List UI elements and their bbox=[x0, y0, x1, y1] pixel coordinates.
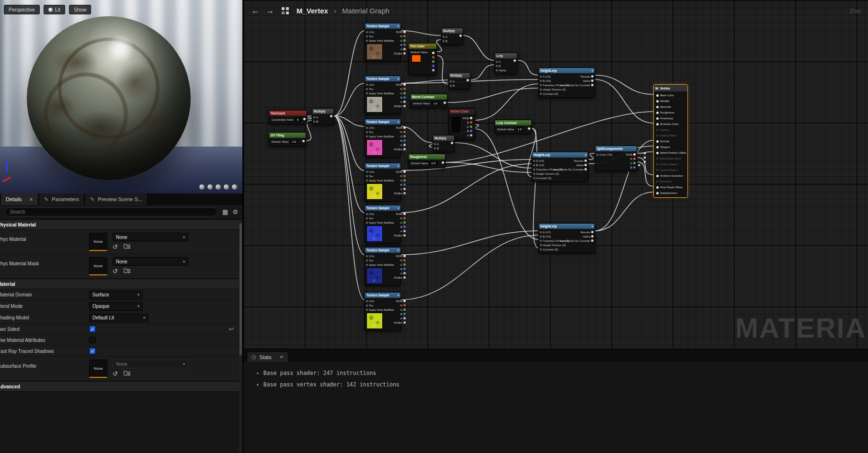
pin-tex[interactable]: Tex bbox=[366, 258, 394, 262]
pin-height-texture-s-[interactable]: Height Texture (S) bbox=[540, 87, 575, 91]
tab-details[interactable]: Details ✕ bbox=[1, 193, 38, 205]
node-tint-color[interactable]: Tint ColorDefault Value bbox=[408, 43, 437, 75]
pin-rgb[interactable]: RGB bbox=[394, 212, 406, 216]
pin-a[interactable]: A bbox=[313, 115, 332, 119]
asset-thumbnail[interactable]: None bbox=[89, 360, 107, 378]
tab-parameters[interactable]: ✎ Parameters bbox=[39, 193, 84, 205]
pin-a-v3-[interactable]: A (V3) bbox=[533, 159, 569, 163]
pin-apply-view-mipbias[interactable]: Apply View MipBias bbox=[366, 38, 394, 43]
material-preview-viewport[interactable]: Perspective Lit Show bbox=[0, 0, 242, 193]
node-multiply-1[interactable]: MultiplyAB bbox=[441, 28, 463, 45]
result-pin-roughness[interactable]: Roughness bbox=[655, 110, 686, 115]
pin-r[interactable]: R bbox=[394, 258, 406, 262]
reset-to-default-icon[interactable]: ↩ bbox=[229, 326, 234, 332]
pin-results[interactable]: Results bbox=[575, 74, 594, 79]
search-input[interactable] bbox=[4, 207, 218, 216]
pin-a[interactable]: A bbox=[394, 187, 406, 191]
node-m-vertex-result[interactable]: M_VertexBase ColorMetallicSpecularRoughn… bbox=[653, 84, 688, 198]
use-selected-asset-icon[interactable]: ↺ bbox=[113, 244, 118, 250]
pin-r[interactable]: R bbox=[394, 216, 406, 220]
pin-rgba[interactable]: RGBA bbox=[394, 233, 406, 238]
result-pin-custom-data-1[interactable]: Custom Data 1 bbox=[655, 167, 686, 173]
pin-tex[interactable]: Tex bbox=[366, 87, 394, 91]
node-multiply-uv[interactable]: MultiplyAB bbox=[312, 108, 334, 125]
pin-alpha[interactable]: Alpha bbox=[575, 79, 594, 83]
pin-r[interactable]: R bbox=[394, 87, 406, 91]
pin-a[interactable]: A bbox=[496, 59, 516, 64]
pin-uvs[interactable]: UVs bbox=[366, 170, 394, 174]
node-heightlerp-1[interactable]: HeightLerp▾A (V3)B (V3)Transition Phase … bbox=[538, 68, 595, 98]
tab-stats[interactable]: ◷ Stats ✕ bbox=[247, 351, 288, 362]
pin-apply-view-mipbias[interactable]: Apply View MipBias bbox=[366, 307, 394, 312]
result-pin-anisotropy[interactable]: Anisotropy bbox=[655, 115, 686, 121]
pin-lerp-alpha-no-contrast[interactable]: Lerp Alpha No Contrast bbox=[569, 167, 587, 171]
pin-b[interactable]: B bbox=[394, 43, 406, 47]
result-pin-displacement[interactable]: Displacement bbox=[655, 190, 686, 196]
pin-height-texture-s-[interactable]: Height Texture (S) bbox=[533, 171, 569, 176]
pin-alpha[interactable]: Alpha bbox=[569, 163, 587, 167]
preview-shape-sphere[interactable] bbox=[207, 184, 213, 190]
pin-b[interactable]: B bbox=[450, 83, 469, 88]
breadcrumb-material-name[interactable]: M_Vertex bbox=[297, 7, 328, 15]
pin-apply-view-mipbias[interactable]: Apply View MipBias bbox=[366, 91, 394, 95]
pin-rgba[interactable]: RGBA bbox=[394, 51, 406, 56]
pin-b-v3-[interactable]: B (V3) bbox=[540, 234, 575, 238]
pin-a[interactable]: A bbox=[394, 143, 406, 147]
node-lerp-1[interactable]: LerpABAlpha bbox=[494, 53, 517, 74]
node-uv-tiling[interactable]: UV TilingDefault Value1.0 bbox=[269, 132, 306, 147]
node-multiply-2[interactable]: MultiplyAB bbox=[448, 72, 470, 90]
details-scrollbar-thumb[interactable] bbox=[240, 223, 242, 355]
pin-lerp-alpha-no-contrast[interactable]: Lerp Alpha No Contrast bbox=[575, 83, 594, 87]
node-tex-sample-3[interactable]: Texture Sample▾UVsTexApply View MipBiasR… bbox=[365, 119, 401, 158]
pin-lerp-alpha-no-contrast[interactable]: Lerp Alpha No Contrast bbox=[575, 238, 594, 243]
pin-b[interactable]: B bbox=[394, 225, 406, 229]
pin-g[interactable]: G bbox=[463, 125, 472, 129]
tab-preview-scene-settings[interactable]: ✎ Preview Scene S... bbox=[85, 193, 148, 205]
pin-r[interactable]: R bbox=[596, 157, 636, 161]
blend-mode-dropdown[interactable]: Opaque▾ bbox=[89, 302, 143, 311]
node-tex-sample-4[interactable]: Texture Sample▾UVsTexApply View MipBiasR… bbox=[365, 163, 401, 202]
pin-contrast-s-[interactable]: Contrast (S) bbox=[540, 91, 575, 96]
pin-rgb[interactable]: RGB bbox=[463, 116, 472, 120]
pin-b[interactable]: B bbox=[394, 138, 406, 143]
pin-b[interactable]: B bbox=[313, 119, 332, 124]
browse-to-asset-icon[interactable] bbox=[124, 268, 130, 274]
pin-r[interactable]: R bbox=[394, 34, 406, 38]
pin-r[interactable]: R bbox=[394, 174, 406, 178]
pin-b[interactable]: B bbox=[596, 165, 636, 170]
use-material-attributes-checkbox[interactable] bbox=[89, 337, 96, 343]
pin-b-v3-[interactable]: B (V3) bbox=[540, 79, 575, 83]
pin-a[interactable]: A bbox=[394, 100, 406, 104]
result-pin-opacity-mask[interactable]: Opacity Mask bbox=[655, 133, 686, 138]
section-header-material[interactable]: Material bbox=[0, 279, 242, 289]
node-blend-contrast[interactable]: Blend ContrastDefault Value1.0 bbox=[410, 94, 447, 108]
pin-tex[interactable]: Tex bbox=[366, 34, 394, 38]
result-pin-custom-data-0[interactable]: Custom Data 0 bbox=[655, 161, 686, 167]
details-scrollbar-track[interactable] bbox=[239, 219, 242, 453]
pin-a[interactable]: A bbox=[394, 316, 406, 320]
phys-material-dropdown[interactable]: None▾ bbox=[113, 233, 188, 241]
pin-a[interactable]: A bbox=[394, 229, 406, 233]
pin-apply-view-mipbias[interactable]: Apply View MipBias bbox=[366, 262, 394, 267]
pin-a[interactable]: A bbox=[394, 47, 406, 51]
pin-r[interactable] bbox=[432, 55, 434, 59]
result-pin-normal[interactable]: Normal bbox=[655, 138, 686, 144]
result-pin-refraction[interactable]: Refraction bbox=[655, 179, 686, 184]
back-button[interactable]: ← bbox=[251, 6, 260, 15]
pin-b[interactable]: B bbox=[394, 182, 406, 187]
shading-model-dropdown[interactable]: Default Lit▾ bbox=[89, 314, 148, 322]
pin-rgb[interactable]: RGB bbox=[394, 299, 406, 303]
pin-uvs[interactable]: UVs bbox=[366, 82, 394, 87]
pin-contrast-s-[interactable]: Contrast (S) bbox=[533, 176, 569, 180]
preview-shape-plane[interactable] bbox=[215, 184, 221, 190]
pin-g[interactable] bbox=[432, 59, 434, 64]
pin-rgb[interactable]: RGB bbox=[394, 30, 406, 34]
pin-a[interactable]: A bbox=[394, 271, 406, 275]
pin-alpha[interactable]: Alpha bbox=[496, 68, 516, 72]
pin-g[interactable]: G bbox=[394, 134, 406, 138]
material-domain-dropdown[interactable]: Surface▾ bbox=[89, 291, 143, 299]
cast-ray-traced-shadows-checkbox[interactable]: ✓ bbox=[89, 348, 96, 354]
forward-button[interactable]: → bbox=[265, 6, 274, 15]
subsurface-profile-dropdown[interactable]: None▾ bbox=[113, 360, 188, 368]
pin-uvs[interactable]: UVs bbox=[366, 212, 394, 216]
